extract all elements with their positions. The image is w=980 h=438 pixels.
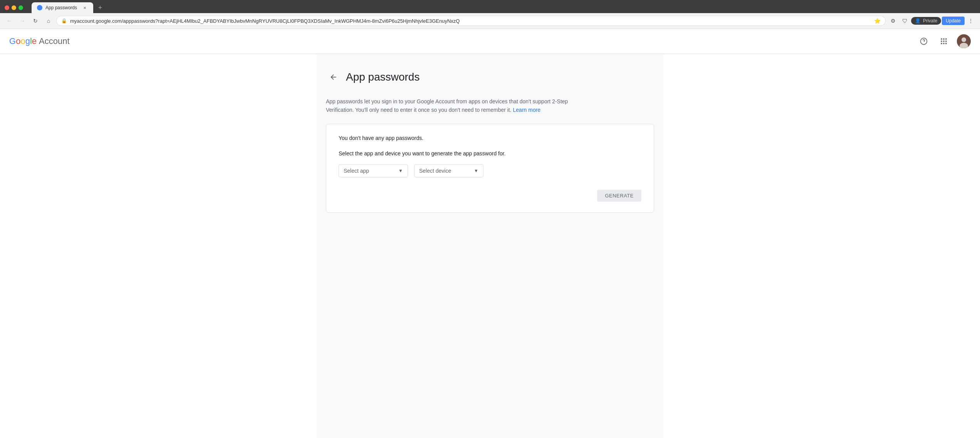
reload-button[interactable]: ↻ [30, 15, 41, 26]
select-app-dropdown[interactable]: Select app ▼ [339, 164, 408, 177]
app-passwords-card: You don't have any app passwords. Select… [326, 124, 654, 213]
tab-title: App passwords [45, 5, 79, 10]
svg-rect-4 [945, 39, 946, 40]
svg-rect-2 [941, 39, 942, 40]
logo-letter-g: G [9, 36, 16, 46]
help-button[interactable] [917, 34, 931, 48]
help-circle-icon [920, 37, 928, 45]
header-right-actions [917, 34, 971, 48]
page-content: Google Account [0, 29, 980, 438]
menu-button[interactable]: ⋮ [965, 15, 976, 26]
extensions-button[interactable]: ⚙ [888, 15, 899, 26]
logo-letter-o2: o [20, 36, 25, 46]
select-prompt-text: Select the app and device you want to ge… [339, 150, 641, 157]
google-account-logo: Google Account [9, 36, 70, 46]
tab-favicon-icon [37, 5, 42, 10]
forward-nav-button[interactable]: → [17, 15, 28, 26]
select-app-label: Select app [344, 168, 369, 174]
svg-point-12 [962, 37, 966, 42]
svg-rect-5 [941, 40, 942, 42]
page-title: App passwords [346, 71, 420, 83]
toolbar-right-buttons: ⚙ 🛡 👤 Private Update ⋮ [888, 15, 976, 26]
generate-button[interactable]: GENERATE [597, 190, 641, 202]
select-device-arrow-icon: ▼ [474, 168, 478, 174]
browser-tab[interactable]: App passwords ✕ [32, 2, 93, 13]
back-button[interactable] [326, 69, 341, 85]
select-app-wrapper: Select app ▼ [339, 164, 408, 177]
logo-letter-e: e [32, 36, 37, 46]
generate-row: GENERATE [339, 190, 641, 202]
back-nav-button[interactable]: ← [4, 15, 15, 26]
page-description: App passwords let you sign in to your Go… [326, 97, 596, 115]
avatar-image [957, 34, 971, 48]
google-account-header: Google Account [0, 29, 980, 54]
apps-button[interactable] [937, 34, 951, 48]
browser-chrome: App passwords ✕ + ← → ↻ ⌂ 🔒 myaccount.go… [0, 0, 980, 29]
selects-row: Select app ▼ Select device ▼ [339, 164, 641, 177]
browser-toolbar: ← → ↻ ⌂ 🔒 myaccount.google.com/apppasswo… [0, 13, 980, 29]
select-app-arrow-icon: ▼ [398, 168, 403, 174]
maximize-window-button[interactable] [18, 5, 23, 10]
security-lock-icon: 🔒 [61, 18, 67, 24]
logo-letter-g2: g [25, 36, 30, 46]
main-content: App passwords App passwords let you sign… [317, 54, 663, 438]
select-device-label: Select device [419, 168, 451, 174]
private-mode-badge: 👤 Private [911, 17, 941, 25]
learn-more-link[interactable]: Learn more [513, 107, 541, 113]
home-button[interactable]: ⌂ [43, 15, 54, 26]
svg-rect-6 [943, 40, 944, 42]
user-avatar[interactable] [957, 34, 971, 48]
private-label: Private [923, 18, 937, 24]
svg-rect-3 [943, 39, 944, 40]
select-device-wrapper: Select device ▼ [414, 164, 483, 177]
svg-rect-9 [943, 43, 944, 44]
page-header: App passwords [326, 69, 654, 85]
update-button[interactable]: Update [942, 17, 965, 25]
select-device-dropdown[interactable]: Select device ▼ [414, 164, 483, 177]
back-arrow-icon [329, 73, 338, 81]
svg-rect-7 [945, 40, 946, 42]
new-tab-button[interactable]: + [95, 2, 106, 13]
address-bar[interactable]: 🔒 myaccount.google.com/apppasswords?rapt… [56, 16, 886, 26]
private-icon: 👤 [915, 18, 921, 24]
svg-rect-8 [941, 43, 942, 44]
account-text: Account [39, 36, 70, 46]
svg-rect-10 [945, 43, 946, 44]
no-passwords-message: You don't have any app passwords. [339, 135, 641, 141]
minimize-window-button[interactable] [12, 5, 16, 10]
close-window-button[interactable] [5, 5, 9, 10]
shield-icon[interactable]: 🛡 [899, 15, 910, 26]
url-display: myaccount.google.com/apppasswords?rapt=A… [70, 18, 871, 24]
tab-close-button[interactable]: ✕ [82, 5, 88, 11]
logo-letter-o1: o [16, 36, 20, 46]
grid-icon [940, 37, 948, 45]
address-bar-search-icon: ⭐ [874, 18, 881, 24]
